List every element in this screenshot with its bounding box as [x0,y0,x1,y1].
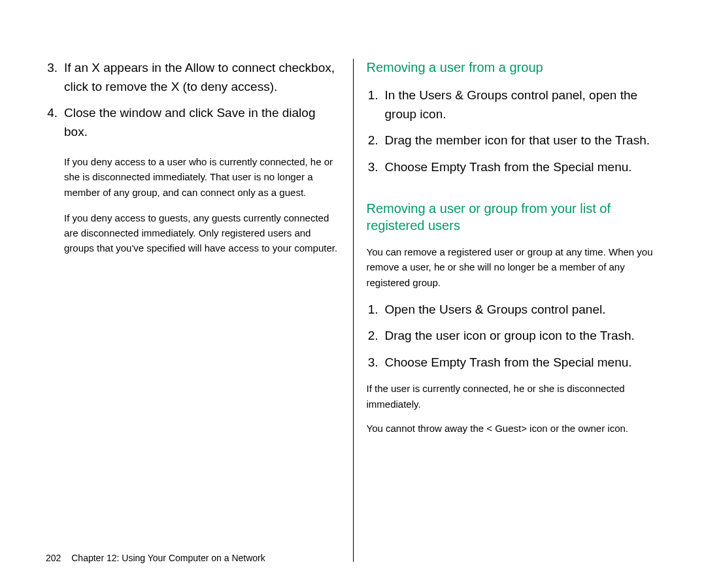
section-removing-user-from-group: Removing a user from a group 1. In the U… [367,59,661,176]
after-note-paragraph: If the user is currently connected, he o… [367,381,661,412]
item-number: 3. [46,59,64,96]
item-number: 3. [367,158,385,177]
list-item: 4. Close the window and click Save in th… [46,104,340,141]
after-note-paragraph: You cannot throw away the < Guest> icon … [367,421,661,436]
list-item: 1. In the Users & Groups control panel, … [367,86,661,123]
right-column: Removing a user from a group 1. In the U… [357,59,661,562]
chapter-label: Chapter 12: Using Your Computer on a Net… [71,553,265,563]
list-item: 2. Drag the member icon for that user to… [367,131,661,150]
list-item: 3. If an X appears in the Allow to conne… [46,59,340,96]
item-number: 4. [46,104,64,141]
item-text: In the Users & Groups control panel, ope… [385,86,661,123]
item-text: Choose Empty Trash from the Special menu… [385,353,661,372]
section-removing-user-or-group: Removing a user or group from your list … [367,200,661,436]
item-number: 2. [367,131,385,150]
item-text: Drag the member icon for that user to th… [385,131,661,150]
item-text: Drag the user icon or group icon to the … [385,327,661,346]
item-text: Choose Empty Trash from the Special menu… [385,158,661,177]
item-text: Close the window and click Save in the d… [64,104,340,141]
note-paragraph: If you deny access to guests, any guests… [64,210,340,256]
list-item: 2. Drag the user icon or group icon to t… [367,327,661,346]
list-item: 3. Choose Empty Trash from the Special m… [367,353,661,372]
item-number: 1. [367,301,385,319]
column-divider [353,59,354,562]
item-number: 2. [367,327,385,346]
page-number: 202 [46,553,61,563]
item-text: Open the Users & Groups control panel. [385,301,661,319]
left-column: 3. If an X appears in the Allow to conne… [46,59,350,562]
list-item: 1. Open the Users & Groups control panel… [367,301,661,319]
section-heading: Removing a user or group from your list … [367,200,661,234]
two-column-content: 3. If an X appears in the Allow to conne… [46,59,660,562]
section-heading: Removing a user from a group [367,59,661,76]
note-paragraph: If you deny access to a user who is curr… [64,154,340,200]
item-number: 3. [367,353,385,372]
list-item: 3. Choose Empty Trash from the Special m… [367,158,661,177]
intro-paragraph: You can remove a registered user or grou… [367,244,661,290]
page-footer: 202 Chapter 12: Using Your Computer on a… [46,553,265,563]
item-number: 1. [367,86,385,123]
item-text: If an X appears in the Allow to connect … [64,59,340,96]
